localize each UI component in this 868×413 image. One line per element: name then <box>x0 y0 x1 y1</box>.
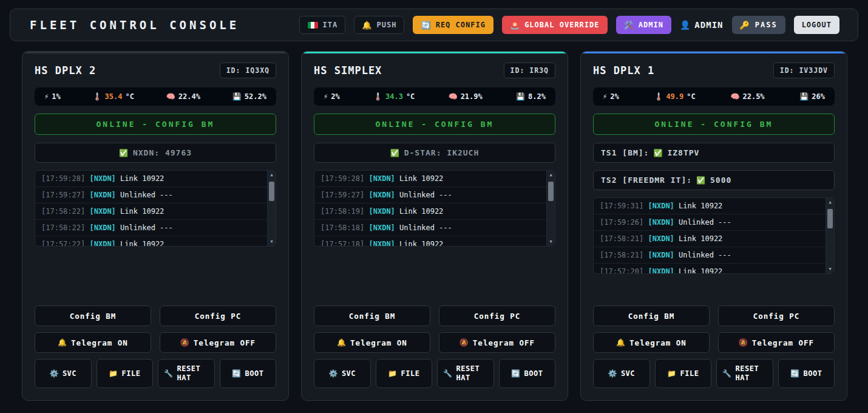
telegram-off-button[interactable]: 🔕Telegram OFF <box>718 332 835 353</box>
card-accent-bar <box>581 52 847 53</box>
ram-stat: 🧠 21.9% <box>449 92 483 101</box>
status-banner: ONLINE - CONFIG BM <box>314 114 555 135</box>
config-pc-button[interactable]: Config PC <box>160 305 276 326</box>
config-bm-button[interactable]: Config BM <box>314 305 430 326</box>
utility-button-row: ⚙️SVC 📁FILE 🔧RESET HAT 🔄BOOT <box>35 359 276 388</box>
mode-value: 5000 <box>710 176 731 185</box>
pass-button[interactable]: 🔑 PASS <box>732 16 785 34</box>
config-pc-button[interactable]: Config PC <box>439 305 555 326</box>
check-icon: ✅ <box>119 149 129 157</box>
stats-bar: ⚡ 2% 🌡️ 49.9°C 🧠 22.5% 💾 26% <box>593 87 835 106</box>
disk-stat: 💾 8.2% <box>516 92 546 101</box>
scroll-up-arrow[interactable]: ▲ <box>270 171 273 179</box>
scrollbar[interactable]: ▲ ▼ <box>826 198 834 273</box>
user-icon: 👤 <box>680 20 691 30</box>
bell-icon: 🔔 <box>337 338 347 347</box>
device-card-hs-simplex: HS SIMPLEX ID: IR3Q ⚡ 2% 🌡️ 34.3°C 🧠 21.… <box>301 51 568 401</box>
reset-hat-button[interactable]: 🔧RESET HAT <box>437 359 494 388</box>
log-panel[interactable]: [17:59:28] [NXDN] Link 10922 [17:59:27] … <box>35 170 276 247</box>
global-override-button[interactable]: 🚨 GLOBAL OVERRIDE <box>502 16 608 34</box>
logout-button[interactable]: LOGOUT <box>794 16 839 34</box>
svc-button[interactable]: ⚙️SVC <box>35 359 92 388</box>
italy-flag-icon <box>307 21 319 29</box>
telegram-on-button[interactable]: 🔔Telegram ON <box>593 332 710 353</box>
svc-button[interactable]: ⚙️SVC <box>593 359 650 388</box>
status-banner: ONLINE - CONFIG BM <box>35 114 276 135</box>
log-line: [17:59:27] [NXDN] Unlinked --- <box>314 187 555 203</box>
mode-label: TS2 [FREEDMR IT]: <box>601 176 692 185</box>
reboot-icon: 🔄 <box>511 369 520 378</box>
device-title: HS SIMPLEX <box>314 64 382 77</box>
scrollbar-thumb[interactable] <box>269 182 274 201</box>
log-line: [17:59:27] [NXDN] Unlinked --- <box>35 187 276 203</box>
mode-row: ✅ NXDN: 49763 <box>35 143 276 163</box>
wrench-icon: 🔧 <box>164 369 173 378</box>
card-accent-bar <box>302 52 568 53</box>
log-panel[interactable]: [17:59:28] [NXDN] Link 10922 [17:59:27] … <box>314 170 555 247</box>
admin-panel-button[interactable]: 🛠️ ADMIN <box>616 16 671 34</box>
ram-stat: 🧠 22.4% <box>166 92 200 101</box>
scrollbar[interactable]: ▲ ▼ <box>546 171 555 246</box>
user-name: ADMIN <box>694 20 723 30</box>
push-button[interactable]: 🔔 PUSH <box>354 16 404 34</box>
scrollbar-thumb[interactable] <box>548 182 554 201</box>
telegram-on-button[interactable]: 🔔Telegram ON <box>35 332 151 353</box>
card-spacer <box>314 247 555 299</box>
scroll-down-arrow[interactable]: ▼ <box>549 237 552 246</box>
scroll-down-arrow[interactable]: ▼ <box>270 237 273 246</box>
telegram-off-button[interactable]: 🔕Telegram OFF <box>160 332 276 353</box>
file-button[interactable]: 📁FILE <box>376 359 433 388</box>
reset-hat-button[interactable]: 🔧RESET HAT <box>158 359 215 388</box>
floppy-icon: 💾 <box>799 92 809 101</box>
log-line: [17:58:19] [NXDN] Link 10922 <box>314 203 555 220</box>
mode-value: D-STAR: IK2UCH <box>404 148 480 157</box>
header-actions: ITA 🔔 PUSH 🔄 REQ CONFIG 🚨 GLOBAL OVERRID… <box>299 16 839 34</box>
file-button[interactable]: 📁FILE <box>97 359 154 388</box>
disk-stat: 💾 26% <box>799 92 825 101</box>
telegram-on-button[interactable]: 🔔Telegram ON <box>314 332 430 353</box>
bell-icon: 🔔 <box>362 21 372 29</box>
boot-button[interactable]: 🔄BOOT <box>499 359 556 388</box>
scroll-up-arrow[interactable]: ▲ <box>829 198 831 206</box>
cpu-stat: ⚡ 2% <box>603 92 619 101</box>
scrollbar[interactable]: ▲ ▼ <box>267 171 276 246</box>
brain-icon: 🧠 <box>449 92 458 101</box>
language-button[interactable]: ITA <box>299 16 346 34</box>
siren-icon: 🚨 <box>510 21 520 29</box>
brain-icon: 🧠 <box>730 92 739 101</box>
device-id-badge: ID: IV3JDV <box>773 63 835 78</box>
scroll-up-arrow[interactable]: ▲ <box>549 171 552 179</box>
pass-label: PASS <box>755 21 778 29</box>
boot-button[interactable]: 🔄BOOT <box>220 359 277 388</box>
boot-button[interactable]: 🔄BOOT <box>778 359 835 388</box>
file-button[interactable]: 📁FILE <box>655 359 712 388</box>
config-bm-button[interactable]: Config BM <box>35 305 151 326</box>
temp-stat: 🌡️ 49.9°C <box>654 92 695 101</box>
telegram-button-row: 🔔Telegram ON 🔕Telegram OFF <box>593 332 835 353</box>
disk-value: 8.2% <box>528 92 546 101</box>
floppy-icon: 💾 <box>232 92 242 101</box>
scroll-down-arrow[interactable]: ▼ <box>829 265 831 273</box>
config-bm-button[interactable]: Config BM <box>593 305 710 326</box>
utility-button-row: ⚙️SVC 📁FILE 🔧RESET HAT 🔄BOOT <box>593 359 835 388</box>
req-config-button[interactable]: 🔄 REQ CONFIG <box>413 16 493 34</box>
log-line: [17:58:22] [NXDN] Link 10922 <box>35 203 276 220</box>
stats-bar: ⚡ 1% 🌡️ 35.4°C 🧠 22.4% 💾 52.2% <box>35 87 276 106</box>
check-icon: ✅ <box>696 176 706 185</box>
reset-hat-button[interactable]: 🔧RESET HAT <box>716 359 773 388</box>
telegram-off-button[interactable]: 🔕Telegram OFF <box>439 332 555 353</box>
device-title: HS DPLX 1 <box>593 64 654 77</box>
scrollbar-thumb[interactable] <box>827 209 833 228</box>
thermometer-icon: 🌡️ <box>93 92 102 101</box>
log-panel[interactable]: [17:59:31] [NXDN] Link 10922 [17:59:26] … <box>593 197 835 274</box>
utility-button-row: ⚙️SVC 📁FILE 🔧RESET HAT 🔄BOOT <box>314 359 555 388</box>
temp-value: 49.9 <box>666 92 683 101</box>
config-pc-button[interactable]: Config PC <box>718 305 835 326</box>
gear-icon: ⚙️ <box>608 369 617 378</box>
mode-row-ts2: TS2 [FREEDMR IT]: ✅ 5000 <box>593 170 835 190</box>
thermometer-icon: 🌡️ <box>654 92 663 101</box>
svc-button[interactable]: ⚙️SVC <box>314 359 371 388</box>
cpu-stat: ⚡ 2% <box>324 92 340 101</box>
log-line: [17:58:21] [NXDN] Link 10922 <box>594 231 834 247</box>
folder-icon: 📁 <box>388 369 397 378</box>
